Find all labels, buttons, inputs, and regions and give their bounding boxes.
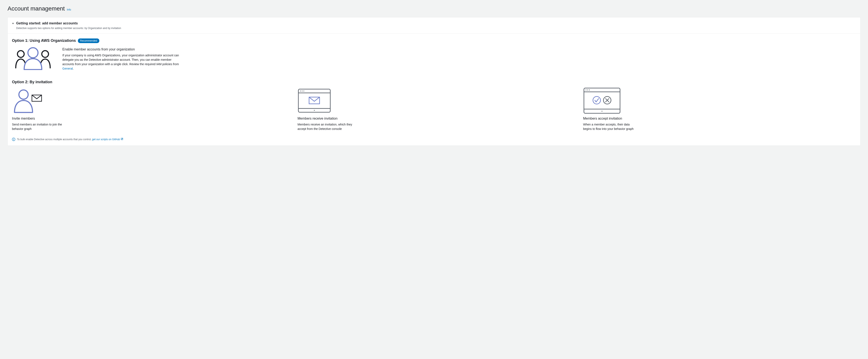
step1-heading: Invite members xyxy=(12,116,285,121)
step-receive: Members receive invitation Members recei… xyxy=(298,88,570,131)
svg-point-15 xyxy=(586,89,586,90)
svg-point-11 xyxy=(314,110,315,111)
user-envelope-icon xyxy=(12,88,285,113)
info-icon xyxy=(12,138,15,141)
step2-description: Members receive an invitation, which the… xyxy=(298,122,352,131)
step1-description: Send members an invitation to join the b… xyxy=(12,122,67,131)
browser-envelope-icon xyxy=(298,88,570,113)
svg-point-0 xyxy=(18,51,24,57)
browser-check-x-icon xyxy=(583,88,856,113)
svg-point-8 xyxy=(302,90,303,91)
svg-point-20 xyxy=(593,96,600,104)
svg-point-16 xyxy=(587,89,588,90)
svg-point-17 xyxy=(589,89,590,90)
svg-rect-24 xyxy=(13,139,14,140)
footer-text: To bulk enable Detective across multiple… xyxy=(17,137,123,141)
caret-down-icon: ▼ xyxy=(12,22,14,25)
page-title: Account management xyxy=(7,4,65,13)
getting-started-toggle[interactable]: ▼ Getting started: add member accounts xyxy=(12,21,856,26)
svg-point-1 xyxy=(42,51,49,57)
github-link[interactable]: get our scripts on GitHub xyxy=(92,138,123,141)
option2-title: Option 2: By invitation xyxy=(12,79,52,85)
step-accept: Members accept invitation When a member … xyxy=(583,88,856,131)
external-link-icon xyxy=(121,138,123,141)
option1-heading: Enable member accounts from your organiz… xyxy=(62,47,180,52)
users-group-icon xyxy=(12,47,54,70)
recommended-badge: Recommended xyxy=(78,38,99,43)
option1-description: If your company is using AWS Organizatio… xyxy=(62,53,180,71)
svg-point-3 xyxy=(19,90,28,99)
step3-description: When a member accepts, their data begins… xyxy=(583,122,638,131)
svg-point-2 xyxy=(28,48,38,58)
info-link[interactable]: Info xyxy=(67,8,71,11)
svg-point-23 xyxy=(13,139,14,139)
step-invite: Invite members Send members an invitatio… xyxy=(12,88,285,131)
svg-point-7 xyxy=(300,90,301,91)
getting-started-panel: ▼ Getting started: add member accounts D… xyxy=(7,17,861,146)
general-link[interactable]: General xyxy=(62,67,73,70)
svg-point-9 xyxy=(303,90,304,91)
getting-started-title: Getting started: add member accounts xyxy=(16,21,78,26)
step3-heading: Members accept invitation xyxy=(583,116,856,121)
option1-title: Option 1: Using AWS Organizations xyxy=(12,38,76,44)
getting-started-subtitle: Detective supports two options for addin… xyxy=(16,26,856,30)
svg-point-19 xyxy=(601,111,602,112)
step2-heading: Members receive invitation xyxy=(298,116,570,121)
